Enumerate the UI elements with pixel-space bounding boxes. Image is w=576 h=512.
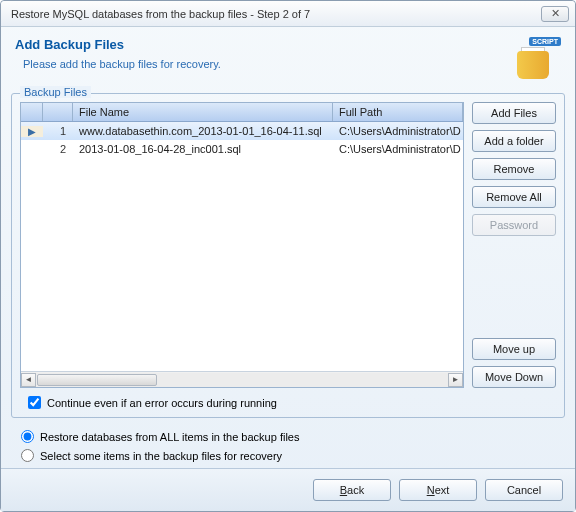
column-header-index[interactable]: [43, 103, 73, 121]
restore-all-label: Restore databases from ALL items in the …: [40, 431, 299, 443]
password-button: Password: [472, 214, 556, 236]
button-spacer: [472, 242, 556, 332]
restore-all-row: Restore databases from ALL items in the …: [21, 430, 555, 443]
database-icon: [517, 51, 549, 79]
table-row[interactable]: 2 2013-01-08_16-04-28_inc001.sql C:\User…: [21, 140, 463, 158]
row-index: 1: [43, 125, 73, 137]
close-icon: ✕: [551, 7, 560, 20]
scroll-right-icon[interactable]: ►: [448, 373, 463, 387]
next-button[interactable]: Next: [399, 479, 477, 501]
dialog-window: Restore MySQL databases from the backup …: [0, 0, 576, 512]
continue-on-error-label: Continue even if an error occurs during …: [47, 397, 277, 409]
back-text: ack: [347, 484, 364, 496]
close-button[interactable]: ✕: [541, 6, 569, 22]
row-marker-icon: ▶: [21, 126, 43, 137]
script-badge: SCRIPT: [529, 37, 561, 46]
header-section: Add Backup Files Please add the backup f…: [1, 27, 575, 93]
move-down-button[interactable]: Move Down: [472, 366, 556, 388]
grid-body: ▶ 1 www.databasethin.com_2013-01-01_16-0…: [21, 122, 463, 371]
side-buttons: Add Files Add a folder Remove Remove All…: [472, 102, 556, 388]
column-header-fullpath[interactable]: Full Path: [333, 103, 463, 121]
horizontal-scrollbar[interactable]: ◄ ►: [21, 371, 463, 387]
row-index: 2: [43, 143, 73, 155]
header-text: Add Backup Files Please add the backup f…: [15, 37, 513, 70]
next-accel: N: [427, 484, 435, 496]
remove-button[interactable]: Remove: [472, 158, 556, 180]
window-title: Restore MySQL databases from the backup …: [11, 8, 541, 20]
scroll-track[interactable]: [36, 373, 448, 387]
back-accel: B: [340, 484, 347, 496]
scroll-thumb[interactable]: [37, 374, 157, 386]
column-header-filename[interactable]: File Name: [73, 103, 333, 121]
files-grid[interactable]: File Name Full Path ▶ 1 www.databasethin…: [20, 102, 464, 388]
remove-all-button[interactable]: Remove All: [472, 186, 556, 208]
restore-all-radio[interactable]: [21, 430, 34, 443]
move-up-button[interactable]: Move up: [472, 338, 556, 360]
next-text: ext: [435, 484, 450, 496]
header-subtitle: Please add the backup files for recovery…: [23, 58, 513, 70]
row-fullpath: C:\Users\Administrator\D: [333, 143, 463, 155]
header-title: Add Backup Files: [15, 37, 513, 52]
fieldset-legend: Backup Files: [20, 86, 91, 98]
files-area: File Name Full Path ▶ 1 www.databasethin…: [20, 102, 556, 388]
restore-mode-radios: Restore databases from ALL items in the …: [1, 424, 575, 468]
add-folder-button[interactable]: Add a folder: [472, 130, 556, 152]
column-header-selector[interactable]: [21, 103, 43, 121]
add-files-button[interactable]: Add Files: [472, 102, 556, 124]
select-some-radio[interactable]: [21, 449, 34, 462]
backup-files-fieldset: Backup Files File Name Full Path ▶ 1 www…: [11, 93, 565, 418]
back-button[interactable]: Back: [313, 479, 391, 501]
table-row[interactable]: ▶ 1 www.databasethin.com_2013-01-01_16-0…: [21, 122, 463, 140]
footer-buttons: Back Next Cancel: [1, 468, 575, 511]
select-some-label: Select some items in the backup files fo…: [40, 450, 282, 462]
row-filename: 2013-01-08_16-04-28_inc001.sql: [73, 143, 333, 155]
row-fullpath: C:\Users\Administrator\D: [333, 125, 463, 137]
continue-on-error-checkbox[interactable]: [28, 396, 41, 409]
continue-on-error-row: Continue even if an error occurs during …: [20, 396, 556, 409]
sql-script-icon: SCRIPT SQL: [513, 37, 561, 81]
cancel-button[interactable]: Cancel: [485, 479, 563, 501]
row-filename: www.databasethin.com_2013-01-01_16-04-11…: [73, 125, 333, 137]
scroll-left-icon[interactable]: ◄: [21, 373, 36, 387]
grid-header: File Name Full Path: [21, 103, 463, 122]
titlebar: Restore MySQL databases from the backup …: [1, 1, 575, 27]
select-some-row: Select some items in the backup files fo…: [21, 449, 555, 462]
